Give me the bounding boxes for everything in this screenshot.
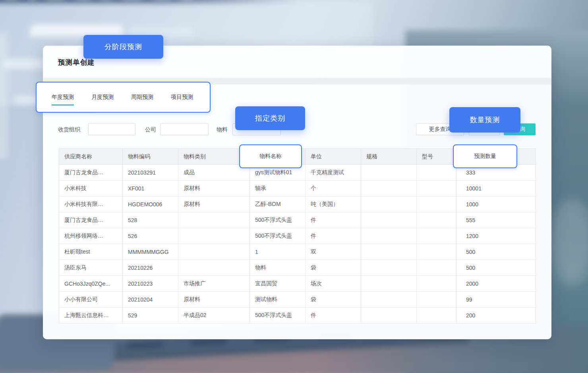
company-input[interactable]	[160, 123, 209, 135]
table-cell: 个	[306, 181, 361, 196]
table-cell: 500不浮式头盖	[250, 212, 306, 228]
table-cell: 20210204	[123, 292, 178, 308]
column-header: 规格	[361, 149, 417, 165]
table-cell: 乙醇-BOM	[250, 196, 306, 212]
quantity-forecast-badge: 数量预测	[449, 107, 520, 133]
table-row[interactable]: 小米科技XF001原材料轴承个10001	[59, 181, 536, 196]
table-cell: GCHo3Jzq0ZQe...	[59, 276, 123, 292]
table-cell: 场次	[306, 276, 361, 292]
table-cell	[417, 292, 456, 308]
table-cell: 测试物料	[250, 292, 306, 308]
material-label: 物料	[217, 123, 228, 135]
table-row[interactable]: 汤臣东马20210226物料袋500	[59, 260, 536, 276]
table-cell: 10001	[456, 181, 536, 196]
table-cell: XF001	[123, 181, 178, 196]
table-cell: 袋	[306, 292, 361, 308]
forecast-table-wrapper: 供应商名称物料编码物料类别单位规格型号 厦门古龙食品…202103291成品gy…	[59, 148, 536, 323]
table-cell: 原材料	[178, 292, 250, 308]
material-name-column-highlight: 物料名称	[239, 144, 302, 168]
table-cell: 件	[306, 308, 361, 323]
table-cell	[361, 244, 417, 260]
table-row[interactable]: 杜昕颐testMMMMMMGGG1双500	[59, 244, 536, 260]
table-cell: 物料	[250, 260, 306, 276]
table-cell: 千克精度测试	[306, 165, 361, 181]
table-cell: 526	[123, 228, 178, 244]
page-title: 预测单创建	[58, 58, 95, 67]
table-cell: 99	[456, 292, 536, 308]
table-cell: 小米科技有限…	[59, 196, 123, 212]
specify-category-badge: 指定类别	[235, 106, 305, 130]
table-cell: 529	[123, 308, 178, 323]
table-cell: 原材料	[178, 196, 250, 212]
table-row[interactable]: 厦门古龙食品…528500不浮式头盖件555	[59, 212, 536, 228]
table-cell: 成品	[178, 165, 250, 181]
table-cell	[361, 292, 417, 308]
table-cell: 500不浮式头盖	[250, 228, 306, 244]
tab-annual-forecast[interactable]: 年度预测	[52, 94, 74, 101]
column-header: 物料编码	[123, 149, 178, 165]
table-cell: 汤臣东马	[59, 260, 123, 276]
table-cell	[361, 276, 417, 292]
tabs-highlight-box: 年度预测 月度预测 周期预测 项目预测	[36, 82, 211, 113]
table-cell	[417, 244, 456, 260]
table-cell: 500	[456, 260, 536, 276]
table-cell	[361, 212, 417, 228]
table-row[interactable]: 小米科技有限…HGDEMO006原材料乙醇-BOM吨（美国）1000	[59, 196, 536, 212]
forecast-table: 供应商名称物料编码物料类别单位规格型号 厦门古龙食品…202103291成品gy…	[59, 148, 536, 323]
table-cell	[361, 308, 417, 323]
table-cell: 吨（美国）	[306, 196, 361, 212]
table-cell: 市场推广	[178, 276, 250, 292]
table-cell	[361, 165, 417, 181]
table-cell	[417, 181, 456, 196]
table-cell: 500	[456, 244, 536, 260]
table-row[interactable]: GCHo3Jzq0ZQe...20210223市场推广宜昌国贸场次2000	[59, 276, 536, 292]
table-cell	[178, 244, 250, 260]
table-cell: 杜昕颐test	[59, 244, 123, 260]
table-cell: 200	[456, 308, 536, 323]
table-cell	[417, 228, 456, 244]
table-cell	[361, 196, 417, 212]
receiving-org-input[interactable]	[88, 123, 135, 135]
table-cell: 宜昌国贸	[250, 276, 306, 292]
background-browser-menubar	[0, 0, 302, 3]
table-cell: 件	[306, 212, 361, 228]
table-cell	[417, 196, 456, 212]
receiving-org-label: 收货组织	[58, 123, 80, 135]
column-header: 型号	[417, 149, 456, 165]
table-cell	[361, 181, 417, 196]
table-row[interactable]: 杭州移领网络…526500不浮式头盖件1200	[59, 228, 536, 244]
table-cell: 202103291	[123, 165, 178, 181]
table-cell	[178, 228, 250, 244]
table-cell	[417, 276, 456, 292]
table-cell: 小小有限公司	[59, 292, 123, 308]
table-cell: 1000	[456, 196, 536, 212]
table-cell: MMMMMMGGG	[123, 244, 178, 260]
table-cell: 轴承	[250, 181, 306, 196]
table-cell	[178, 260, 250, 276]
tab-project-forecast[interactable]: 项目预测	[171, 94, 193, 101]
table-cell: 原材料	[178, 181, 250, 196]
tab-period-forecast[interactable]: 周期预测	[131, 94, 153, 101]
table-cell: 20210226	[123, 260, 178, 276]
table-row[interactable]: 上海甄云信息科…529半成品02500不浮式头盖件200	[59, 308, 536, 323]
phase-forecast-badge: 分阶段预测	[83, 35, 163, 59]
table-cell: 小米科技	[59, 181, 123, 196]
table-cell: 袋	[306, 260, 361, 276]
table-cell: 杭州移领网络…	[59, 228, 123, 244]
company-label: 公司	[145, 123, 156, 135]
table-cell	[417, 165, 456, 181]
table-cell	[417, 212, 456, 228]
forecast-tabs: 年度预测 月度预测 周期预测 项目预测	[52, 94, 193, 101]
column-header: 单位	[306, 149, 361, 165]
table-cell: 厦门古龙食品…	[59, 212, 123, 228]
tab-monthly-forecast[interactable]: 月度预测	[91, 94, 114, 101]
table-cell: 1200	[456, 228, 536, 244]
table-row[interactable]: 小小有限公司20210204原材料测试物料袋99	[59, 292, 536, 308]
table-cell: 双	[306, 244, 361, 260]
table-cell	[417, 308, 456, 323]
background-sidebar	[0, 32, 8, 159]
table-cell: 件	[306, 228, 361, 244]
table-cell	[361, 228, 417, 244]
table-cell: HGDEMO006	[123, 196, 178, 212]
table-cell	[361, 260, 417, 276]
